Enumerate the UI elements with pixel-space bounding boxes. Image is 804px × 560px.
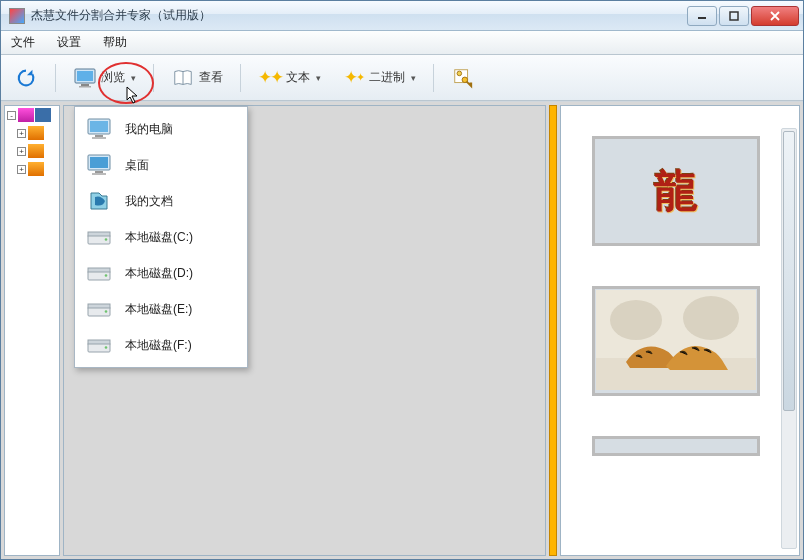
window-buttons (685, 6, 799, 26)
svg-rect-3 (77, 71, 93, 81)
minimize-button[interactable] (687, 6, 717, 26)
separator (55, 64, 56, 92)
tree-row[interactable]: + (5, 142, 59, 160)
dropdown-item-drive-c[interactable]: 本地磁盘(C:) (75, 219, 247, 255)
splitter[interactable] (549, 105, 557, 556)
dropdown-item-computer[interactable]: 我的电脑 (75, 111, 247, 147)
svg-rect-17 (92, 137, 106, 139)
maximize-icon (729, 11, 739, 21)
dropdown-label: 本地磁盘(F:) (125, 337, 192, 354)
svg-point-27 (105, 274, 108, 277)
svg-rect-29 (88, 304, 110, 308)
dropdown-label: 我的电脑 (125, 121, 173, 138)
selected-node-icon (35, 108, 51, 122)
expand-icon[interactable]: + (17, 129, 26, 138)
dropdown-label: 桌面 (125, 157, 149, 174)
tree-pane[interactable]: - + + + (4, 105, 60, 556)
svg-point-24 (105, 238, 108, 241)
tree-row[interactable]: - (5, 106, 59, 124)
separator (153, 64, 154, 92)
folder-icon (28, 162, 44, 176)
title-bar: 杰慧文件分割合并专家（试用版） (1, 1, 803, 31)
thumb-container: 龍 (592, 136, 768, 246)
folder-icon (28, 126, 44, 140)
dropdown-label: 本地磁盘(E:) (125, 301, 192, 318)
scroll-thumb[interactable] (783, 131, 795, 411)
binary-button[interactable]: ✦✦ 二进制 ▾ (334, 61, 423, 95)
sparkles-icon: ✦✦ (258, 66, 282, 90)
text-label: 文本 (286, 69, 310, 86)
svg-point-30 (105, 310, 108, 313)
dragon-thumb[interactable]: 龍 (592, 136, 760, 246)
svg-rect-15 (90, 121, 108, 132)
svg-rect-4 (81, 84, 89, 86)
drive-icon (85, 331, 113, 359)
caret-down-icon: ▾ (316, 73, 321, 83)
dropdown-item-desktop[interactable]: 桌面 (75, 147, 247, 183)
app-icon (9, 8, 25, 24)
dropdown-item-mydocs[interactable]: 我的文档 (75, 183, 247, 219)
documents-icon (85, 187, 113, 215)
svg-rect-26 (88, 268, 110, 272)
caret-down-icon: ▾ (131, 73, 136, 83)
menu-bar: 文件 设置 帮助 (1, 31, 803, 55)
key-icon (451, 66, 475, 90)
view-label: 查看 (199, 69, 223, 86)
desktop-icon (85, 151, 113, 179)
maximize-button[interactable] (719, 6, 749, 26)
expand-icon[interactable]: + (17, 165, 26, 174)
book-icon (171, 66, 195, 90)
svg-rect-5 (79, 86, 91, 88)
dropdown-label: 本地磁盘(D:) (125, 265, 193, 282)
close-button[interactable] (751, 6, 799, 26)
key-button[interactable] (444, 61, 482, 95)
sparkles-icon: ✦✦ (341, 66, 365, 90)
refresh-button[interactable] (7, 61, 45, 95)
browse-button[interactable]: 浏览 ▾ (66, 61, 143, 95)
dropdown-item-drive-e[interactable]: 本地磁盘(E:) (75, 291, 247, 327)
window-title: 杰慧文件分割合并专家（试用版） (31, 7, 685, 24)
svg-point-33 (105, 346, 108, 349)
tree-row[interactable]: + (5, 124, 59, 142)
thumb-container (592, 286, 768, 396)
folder-icon (28, 144, 44, 158)
browse-label: 浏览 (101, 69, 125, 86)
svg-point-12 (683, 296, 739, 340)
minimize-icon (697, 11, 707, 21)
drive-icon (85, 223, 113, 251)
monitor-icon (73, 66, 97, 90)
svg-rect-0 (698, 17, 706, 19)
menu-help[interactable]: 帮助 (99, 32, 131, 53)
dropdown-item-drive-d[interactable]: 本地磁盘(D:) (75, 255, 247, 291)
view-button[interactable]: 查看 (164, 61, 230, 95)
preview-pane[interactable]: 龍 (560, 105, 800, 556)
caret-down-icon: ▾ (411, 73, 416, 83)
toolbar: 浏览 ▾ 查看 ✦✦ 文本 ▾ ✦✦ 二进制 ▾ (1, 55, 803, 101)
dropdown-item-drive-f[interactable]: 本地磁盘(F:) (75, 327, 247, 363)
svg-rect-19 (90, 157, 108, 168)
svg-rect-32 (88, 340, 110, 344)
separator (240, 64, 241, 92)
svg-rect-21 (92, 173, 106, 175)
tiger-art (596, 290, 756, 393)
computer-icon (85, 115, 113, 143)
folder-icon (18, 108, 34, 122)
thumb-container (592, 436, 768, 456)
tiger-thumb[interactable] (592, 286, 760, 396)
menu-file[interactable]: 文件 (7, 32, 39, 53)
text-button[interactable]: ✦✦ 文本 ▾ (251, 61, 328, 95)
partial-thumb[interactable] (592, 436, 760, 456)
dropdown-label: 我的文档 (125, 193, 173, 210)
svg-rect-1 (730, 12, 738, 20)
browse-dropdown: 我的电脑 桌面 我的文档 本地磁盘(C:) 本地磁盘(D:) 本地磁盘(E:) (74, 106, 248, 368)
menu-settings[interactable]: 设置 (53, 32, 85, 53)
expand-icon[interactable]: + (17, 147, 26, 156)
collapse-icon[interactable]: - (7, 111, 16, 120)
tree-row[interactable]: + (5, 160, 59, 178)
dropdown-label: 本地磁盘(C:) (125, 229, 193, 246)
dragon-art: 龍 (654, 162, 698, 221)
svg-rect-20 (95, 171, 103, 173)
svg-point-11 (610, 300, 662, 340)
svg-point-9 (457, 71, 462, 76)
scrollbar[interactable] (781, 128, 797, 549)
